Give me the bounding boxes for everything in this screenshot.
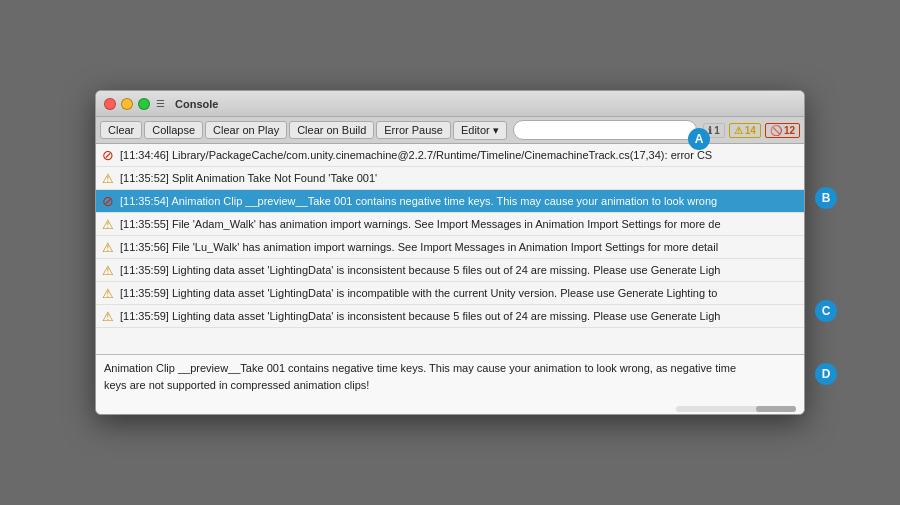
info-count: 1 [714, 125, 720, 136]
log-text: [11:35:59] Lighting data asset 'Lighting… [120, 284, 800, 302]
warn-icon: ⚠ [734, 125, 743, 136]
warn-badge[interactable]: ⚠ 14 [729, 123, 761, 138]
log-row[interactable]: ⚠[11:35:55] File 'Adam_Walk' has animati… [96, 213, 804, 236]
log-row[interactable]: ⚠[11:35:59] Lighting data asset 'Lightin… [96, 282, 804, 305]
detail-text: Animation Clip __preview__Take 001 conta… [104, 362, 736, 391]
log-text: [11:35:54] Animation Clip __preview__Tak… [120, 192, 800, 210]
log-row[interactable]: ⚠[11:35:59] Lighting data asset 'Lightin… [96, 305, 804, 328]
warn-count: 14 [745, 125, 756, 136]
warn-log-icon: ⚠ [100, 262, 116, 278]
title-bar: ☰ Console [96, 91, 804, 117]
error-log-icon: ⊘ [100, 147, 116, 163]
log-text: [11:35:56] File 'Lu_Walk' has animation … [120, 238, 800, 256]
log-text: [11:35:55] File 'Adam_Walk' has animatio… [120, 215, 800, 233]
maximize-button[interactable] [138, 98, 150, 110]
detail-panel: Animation Clip __preview__Take 001 conta… [96, 354, 804, 414]
annotation-c: C [815, 300, 837, 322]
console-log-body[interactable]: ⊘[11:34:46] Library/PackageCache/com.uni… [96, 144, 804, 354]
clear-on-play-button[interactable]: Clear on Play [205, 121, 287, 139]
error-badge[interactable]: 🚫 12 [765, 123, 800, 138]
clear-on-build-button[interactable]: Clear on Build [289, 121, 374, 139]
log-text: [11:35:52] Split Animation Take Not Foun… [120, 169, 800, 187]
log-text: [11:35:59] Lighting data asset 'Lighting… [120, 307, 800, 325]
warn-log-icon: ⚠ [100, 170, 116, 186]
log-text: [11:35:59] Lighting data asset 'Lighting… [120, 261, 800, 279]
search-input[interactable] [513, 120, 697, 140]
annotation-b: B [815, 187, 837, 209]
window-title: Console [175, 98, 218, 110]
detail-scrollbar-thumb[interactable] [756, 406, 796, 412]
close-button[interactable] [104, 98, 116, 110]
log-row[interactable]: ⚠[11:35:56] File 'Lu_Walk' has animation… [96, 236, 804, 259]
annotation-d: D [815, 363, 837, 385]
badge-group: ℹ 1 ⚠ 14 🚫 12 [703, 123, 800, 138]
console-icon: ☰ [156, 98, 165, 109]
error-log-icon: ⊘ [100, 193, 116, 209]
annotation-a: A [688, 128, 710, 150]
error-count: 12 [784, 125, 795, 136]
log-row[interactable]: ⚠[11:35:52] Split Animation Take Not Fou… [96, 167, 804, 190]
clear-button[interactable]: Clear [100, 121, 142, 139]
minimize-button[interactable] [121, 98, 133, 110]
warn-log-icon: ⚠ [100, 216, 116, 232]
warn-log-icon: ⚠ [100, 285, 116, 301]
collapse-button[interactable]: Collapse [144, 121, 203, 139]
error-icon: 🚫 [770, 125, 782, 136]
detail-horizontal-scrollbar[interactable] [676, 406, 796, 412]
editor-dropdown-button[interactable]: Editor ▾ [453, 121, 507, 140]
error-pause-button[interactable]: Error Pause [376, 121, 451, 139]
warn-log-icon: ⚠ [100, 308, 116, 324]
warn-log-icon: ⚠ [100, 239, 116, 255]
log-row[interactable]: ⊘[11:35:54] Animation Clip __preview__Ta… [96, 190, 804, 213]
log-row[interactable]: ⚠[11:35:59] Lighting data asset 'Lightin… [96, 259, 804, 282]
window-controls [104, 98, 150, 110]
